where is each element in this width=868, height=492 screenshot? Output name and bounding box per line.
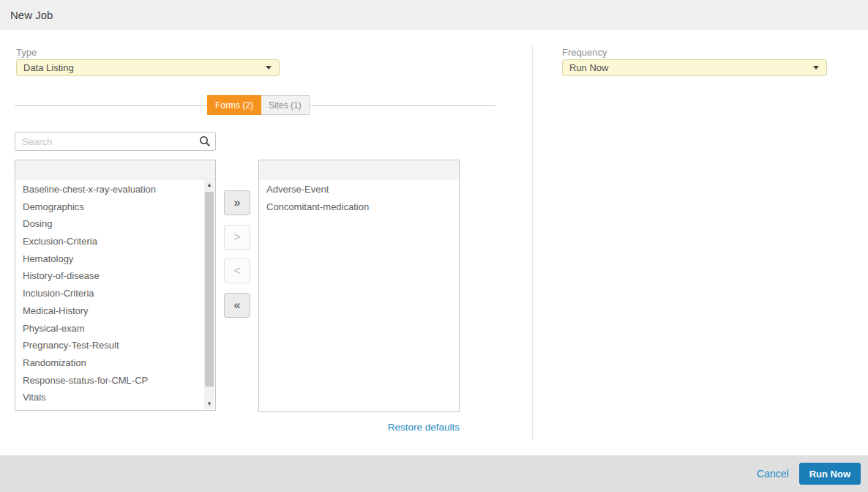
list-item[interactable]: Randomization: [15, 354, 215, 372]
list-item[interactable]: Adverse-Event: [259, 181, 459, 198]
type-dropdown-value: Data Listing: [23, 62, 74, 73]
list-item[interactable]: Pregnancy-Test-Result: [15, 337, 215, 354]
tab-sites[interactable]: Sites (1): [261, 95, 310, 115]
type-label: Type: [16, 47, 37, 58]
tab-forms[interactable]: Forms (2): [207, 95, 261, 115]
list-item[interactable]: Demographics: [15, 198, 215, 216]
tab-bar: Forms (2) Sites (1): [207, 95, 310, 115]
selected-forms-listbox: Adverse-Event Concomitant-medication: [258, 160, 460, 412]
chevron-down-icon: [266, 66, 272, 70]
list-item[interactable]: Hematology: [15, 250, 215, 268]
frequency-label: Frequency: [562, 47, 607, 58]
cancel-link[interactable]: Cancel: [757, 468, 789, 480]
list-item[interactable]: Physical-exam: [15, 320, 215, 338]
selected-forms-header: [259, 160, 459, 179]
list-item[interactable]: Response-status-for-CML-CP: [15, 372, 215, 390]
selected-forms-items: Adverse-Event Concomitant-medication: [259, 179, 459, 215]
page-title: New Job: [0, 0, 868, 30]
double-chevron-left-icon: «: [234, 299, 241, 311]
scrollbar[interactable]: ▲ ▼: [204, 180, 214, 409]
list-item[interactable]: History-of-disease: [15, 267, 215, 285]
scroll-down-icon[interactable]: ▼: [204, 399, 214, 409]
chevron-right-icon: >: [233, 231, 240, 243]
list-item[interactable]: Medical-History: [15, 302, 215, 320]
footer-bar: Cancel Run Now: [0, 455, 868, 492]
move-left-button[interactable]: <: [224, 258, 250, 283]
scroll-up-icon[interactable]: ▲: [204, 180, 214, 190]
search-box: [15, 132, 216, 151]
list-item[interactable]: Concomitant-medication: [259, 198, 459, 216]
type-dropdown[interactable]: Data Listing: [16, 59, 280, 76]
chevron-down-icon: [813, 66, 819, 70]
list-item[interactable]: Vitals: [15, 389, 215, 406]
page-header: New Job: [0, 0, 868, 30]
list-item[interactable]: Dosing: [15, 215, 215, 233]
move-all-right-button[interactable]: »: [224, 190, 250, 215]
restore-defaults-wrap: Restore defaults: [258, 420, 460, 433]
available-forms-items: Baseline-chest-x-ray-evaluation Demograp…: [15, 179, 215, 406]
search-icon: [199, 135, 211, 147]
frequency-dropdown[interactable]: Run Now: [562, 59, 827, 76]
frequency-dropdown-value: Run Now: [569, 62, 608, 73]
chevron-left-icon: <: [233, 264, 240, 277]
restore-defaults-link[interactable]: Restore defaults: [388, 422, 460, 433]
vertical-divider: [532, 45, 533, 440]
list-item[interactable]: Baseline-chest-x-ray-evaluation: [15, 181, 215, 198]
run-now-button[interactable]: Run Now: [799, 463, 861, 485]
double-chevron-right-icon: »: [234, 196, 241, 209]
new-job-page: New Job Type Data Listing Frequency Run …: [0, 0, 868, 492]
list-item[interactable]: Inclusion-Criteria: [15, 285, 215, 302]
list-item[interactable]: Exclusion-Criteria: [15, 233, 215, 250]
available-forms-listbox: Baseline-chest-x-ray-evaluation Demograp…: [15, 160, 216, 411]
available-forms-header: [15, 160, 215, 179]
scrollbar-thumb[interactable]: [205, 192, 214, 387]
move-right-button[interactable]: >: [224, 225, 250, 250]
search-input[interactable]: [15, 132, 216, 151]
move-all-left-button[interactable]: «: [224, 293, 250, 318]
